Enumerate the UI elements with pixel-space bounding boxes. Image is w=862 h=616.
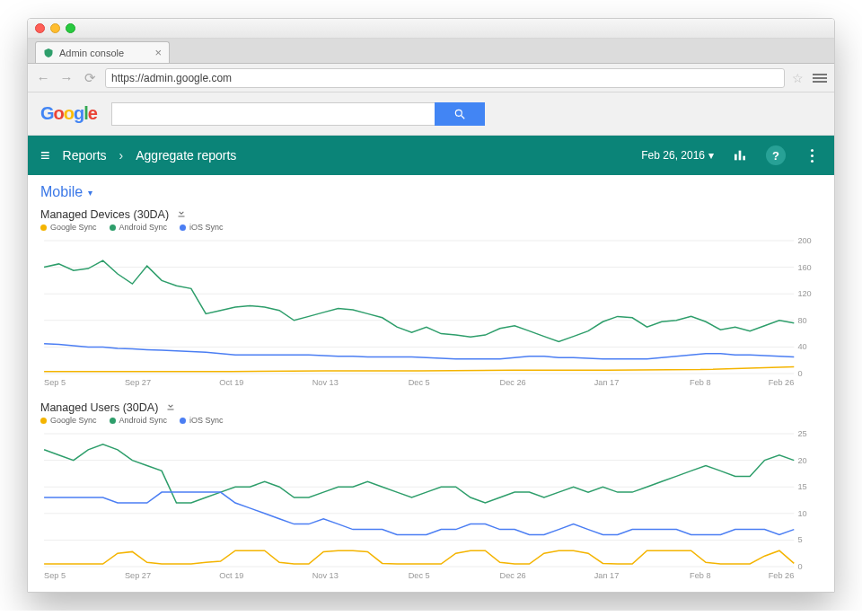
legend-swatch-icon <box>110 418 116 424</box>
tab-favicon-icon <box>43 48 54 58</box>
chevron-down-icon: ▾ <box>708 149 714 162</box>
x-tick-label: Sep 5 <box>44 571 66 580</box>
bookmark-star-icon[interactable]: ☆ <box>792 71 804 85</box>
window-maximize-dot[interactable] <box>66 23 75 33</box>
hamburger-menu-icon[interactable]: ≡ <box>40 146 50 165</box>
y-tick-label: 40 <box>797 342 806 351</box>
chart-block: Managed Users (30DA)Google SyncAndroid S… <box>40 400 822 581</box>
tab-close-icon[interactable]: × <box>154 46 162 59</box>
legend-label: iOS Sync <box>189 223 224 232</box>
legend-item[interactable]: Android Sync <box>110 416 168 425</box>
x-tick-label: Jan 17 <box>594 378 620 387</box>
legend-swatch-icon <box>40 224 47 231</box>
svg-rect-2 <box>734 154 737 161</box>
chart-series-line <box>44 344 794 359</box>
breadcrumb-separator-icon: › <box>119 148 124 163</box>
y-tick-label: 160 <box>797 263 811 272</box>
chart-title-row: Managed Devices (30DA) <box>40 207 822 221</box>
google-search-input[interactable] <box>111 102 435 126</box>
google-search-button[interactable] <box>435 102 485 126</box>
download-icon[interactable] <box>176 207 187 221</box>
chart-canvas: 04080120160200Sep 5Sep 27Oct 19Nov 13Dec… <box>40 235 822 388</box>
legend-item[interactable]: iOS Sync <box>180 223 224 232</box>
x-tick-label: Dec 26 <box>500 378 526 387</box>
nav-reload-button[interactable]: ⟳ <box>82 70 98 86</box>
date-picker[interactable]: Feb 26, 2016 ▾ <box>641 149 714 162</box>
browser-tab[interactable]: Admin console × <box>35 41 170 63</box>
section-title: Mobile <box>40 184 83 200</box>
chart-title-row: Managed Users (30DA) <box>40 400 822 414</box>
mac-titlebar <box>28 19 834 39</box>
y-tick-label: 15 <box>797 482 806 491</box>
legend-item[interactable]: Google Sync <box>40 223 97 232</box>
x-tick-label: Dec 26 <box>500 571 526 580</box>
chart-series-line <box>44 444 794 503</box>
y-tick-label: 20 <box>797 456 806 465</box>
x-tick-label: Feb 26 <box>769 378 795 387</box>
search-icon <box>453 108 466 120</box>
y-tick-label: 0 <box>797 562 802 571</box>
x-tick-label: Dec 5 <box>409 571 430 580</box>
overflow-menu-icon[interactable] <box>802 145 822 165</box>
chart-legend: Google SyncAndroid SynciOS Sync <box>40 416 822 425</box>
chart-legend: Google SyncAndroid SynciOS Sync <box>40 223 822 232</box>
google-bar: Google <box>28 92 834 136</box>
x-tick-label: Jan 17 <box>594 571 620 580</box>
legend-swatch-icon <box>180 224 186 231</box>
legend-swatch-icon <box>110 224 116 231</box>
browser-menu-icon[interactable] <box>813 74 827 83</box>
legend-label: Google Sync <box>50 416 97 425</box>
x-tick-label: Feb 8 <box>690 571 711 580</box>
chart-title: Managed Users (30DA) <box>40 401 158 414</box>
x-tick-label: Sep 5 <box>44 378 66 387</box>
legend-label: iOS Sync <box>189 416 224 425</box>
y-tick-label: 200 <box>797 236 811 245</box>
x-tick-label: Sep 27 <box>125 571 151 580</box>
nav-back-button[interactable]: ← <box>35 70 51 86</box>
x-tick-label: Oct 19 <box>219 571 243 580</box>
x-tick-label: Nov 13 <box>312 571 339 580</box>
svg-rect-4 <box>743 156 745 161</box>
google-logo[interactable]: Google <box>40 103 97 124</box>
legend-label: Google Sync <box>50 223 97 232</box>
tab-title: Admin console <box>59 48 124 58</box>
chart-title: Managed Devices (30DA) <box>40 208 169 221</box>
window-close-dot[interactable] <box>35 23 45 33</box>
browser-urlbar: ← → ⟳ https://admin.google.com ☆ <box>28 64 834 92</box>
legend-item[interactable]: iOS Sync <box>180 416 224 425</box>
url-input[interactable]: https://admin.google.com <box>105 68 785 88</box>
chart-block: Managed Devices (30DA)Google SyncAndroid… <box>40 207 822 388</box>
caret-down-icon: ▾ <box>88 188 92 198</box>
breadcrumb-current: Aggregate reports <box>136 148 236 163</box>
legend-label: Android Sync <box>119 223 168 232</box>
content-area: Mobile ▾ Managed Devices (30DA)Google Sy… <box>28 175 834 592</box>
y-tick-label: 10 <box>797 509 806 518</box>
x-tick-label: Sep 27 <box>125 378 151 387</box>
y-tick-label: 80 <box>797 316 806 325</box>
chart-series-line <box>44 260 794 341</box>
y-tick-label: 5 <box>797 535 802 544</box>
url-text: https://admin.google.com <box>111 72 232 84</box>
legend-swatch-icon <box>40 418 47 424</box>
window-minimize-dot[interactable] <box>50 23 60 33</box>
bar-chart-icon[interactable] <box>730 145 750 165</box>
legend-swatch-icon <box>180 418 186 424</box>
x-tick-label: Feb 26 <box>769 571 795 580</box>
x-tick-label: Feb 8 <box>690 378 711 387</box>
legend-item[interactable]: Android Sync <box>110 223 168 232</box>
legend-label: Android Sync <box>119 416 168 425</box>
download-icon[interactable] <box>165 400 176 414</box>
help-icon[interactable]: ? <box>766 145 786 165</box>
nav-forward-button[interactable]: → <box>58 70 75 86</box>
section-dropdown[interactable]: Mobile ▾ <box>40 184 822 200</box>
svg-point-0 <box>455 110 462 116</box>
breadcrumb-root[interactable]: Reports <box>63 148 107 163</box>
x-tick-label: Dec 5 <box>409 378 430 387</box>
app-header: ≡ Reports › Aggregate reports Feb 26, 20… <box>28 136 834 175</box>
x-tick-label: Nov 13 <box>312 378 339 387</box>
chart-canvas: 0510152025Sep 5Sep 27Oct 19Nov 13Dec 5De… <box>40 428 822 581</box>
legend-item[interactable]: Google Sync <box>40 416 97 425</box>
x-tick-label: Oct 19 <box>219 378 243 387</box>
browser-tabstrip: Admin console × <box>28 39 834 64</box>
chart-series-line <box>44 550 794 564</box>
